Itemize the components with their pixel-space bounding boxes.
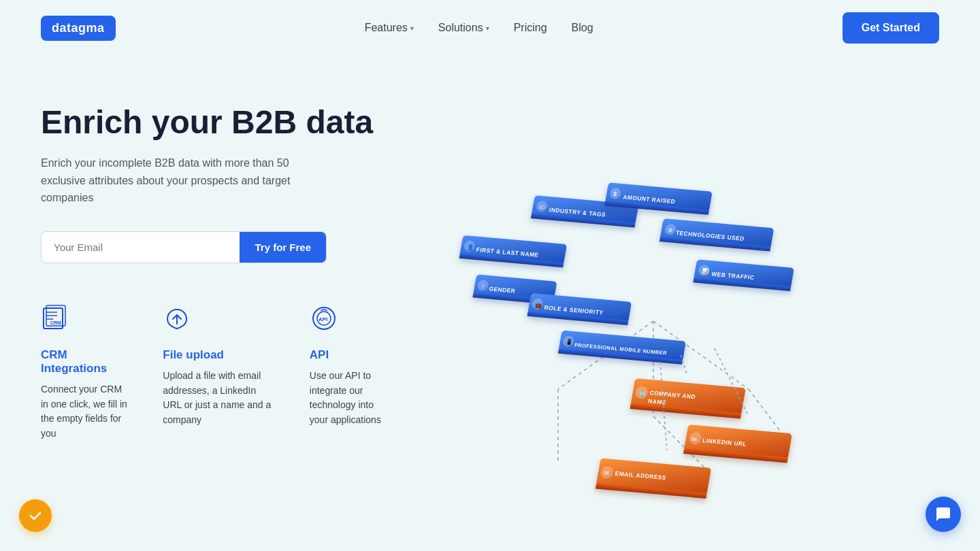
email-input[interactable] [42,232,240,263]
chat-button[interactable] [926,497,961,532]
logo[interactable]: datagma [41,16,116,41]
card-first-last-name: FIRST & LAST NAME 👤 [459,235,568,268]
crm-desc: Connect your CRM in one click, we fill i… [41,382,130,441]
hero-subtitle: Enrich your incomplete B2B data with mor… [41,154,327,207]
logo-text: datagma [52,21,105,35]
try-for-free-button[interactable]: Try for Free [240,232,326,263]
svg-text:🏷: 🏷 [539,204,545,211]
nav-item-features[interactable]: Features ▾ [365,22,414,34]
nav-item-blog[interactable]: Blog [572,22,593,34]
hero-content: Enrich your B2B data Enrich your incompl… [41,83,395,535]
navbar: datagma Features ▾ Solutions ▾ Pricing B… [0,0,980,56]
card-company-name: COMPANY AND NAME 🏢 [630,378,746,418]
nav-links: Features ▾ Solutions ▾ Pricing Blog [365,22,593,34]
hero-visualization: INDUSTRY & TAGS 🏷 AMOUNT RAISED $ TEC [422,83,939,535]
upload-desc: Upload a file with email addresses, a Li… [163,369,277,428]
svg-text:📱: 📱 [566,338,574,346]
crm-icon: CRM [41,304,130,339]
upload-icon [163,304,277,339]
iso-scene: INDUSTRY & TAGS 🏷 AMOUNT RAISED $ TEC [422,83,939,535]
svg-text:CRM: CRM [50,320,61,325]
hero-section: Enrich your B2B data Enrich your incompl… [0,56,980,535]
email-form: Try for Free [41,231,327,263]
get-started-button[interactable]: Get Started [843,12,939,44]
api-desc: Use our API to integrate our technology … [310,369,395,428]
svg-text:API: API [318,316,327,322]
chat-icon [935,506,951,522]
features-row: CRM CRM Integrations Connect your CRM in… [41,304,395,441]
svg-text:👤: 👤 [467,244,475,251]
chevron-down-icon: ▾ [486,24,489,32]
feature-api: API API Use our API to integrate our tec… [310,304,395,441]
iso-svg: INDUSTRY & TAGS 🏷 AMOUNT RAISED $ TEC [422,83,885,532]
nav-item-pricing[interactable]: Pricing [514,22,547,34]
card-tech-used: TECHNOLOGIES USED ⚙ [659,218,774,251]
check-icon [28,508,43,523]
chevron-down-icon: ▾ [410,24,414,32]
card-linkedin-url: LINKEDIN URL in [683,424,792,463]
feature-crm: CRM CRM Integrations Connect your CRM in… [41,304,130,441]
upload-title: File upload [163,348,277,362]
feature-upload: File upload Upload a file with email add… [163,304,277,441]
api-title: API [310,348,395,362]
bottom-badge[interactable] [19,499,52,532]
card-role-seniority: ROLE & SENIORITY 💼 [527,293,632,325]
card-mobile-number: PROFESSIONAL MOBILE NUMBER 📱 [558,331,686,365]
card-web-traffic: WEB TRAFFIC 📊 [693,259,794,291]
card-email-address: EMAIL ADDRESS ✉ [595,458,711,498]
svg-text:💼: 💼 [535,301,543,309]
svg-text:📊: 📊 [701,267,709,275]
api-icon: API [310,304,395,339]
nav-item-solutions[interactable]: Solutions ▾ [438,22,489,34]
hero-title: Enrich your B2B data [41,103,395,141]
crm-title: CRM Integrations [41,348,130,375]
